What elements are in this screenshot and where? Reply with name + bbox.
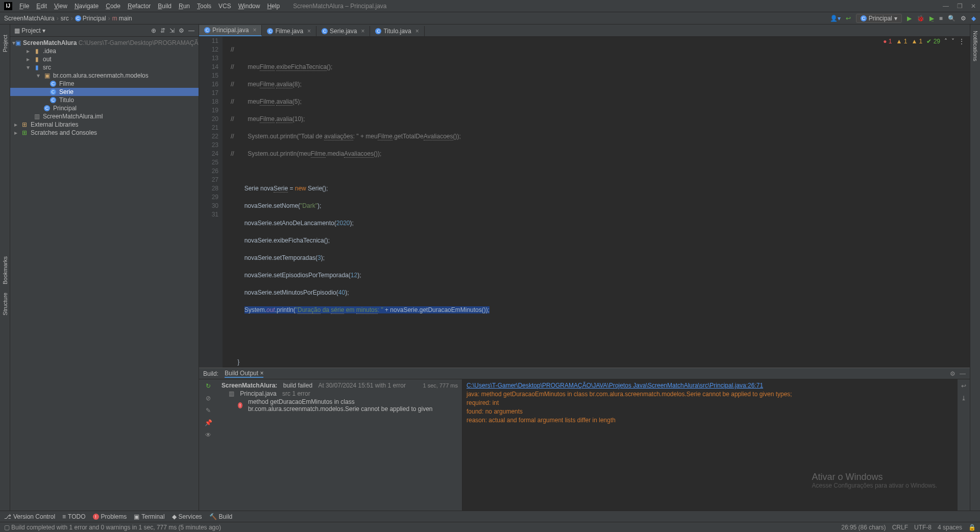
user-icon[interactable]: 👤▾ [830, 15, 841, 22]
status-message: Build completed with 1 error and 0 warni… [11, 524, 221, 531]
pin-icon[interactable]: 📌 [205, 419, 212, 426]
menu-refactor[interactable]: Refactor [125, 2, 154, 11]
rerun-icon[interactable]: ↻ [206, 382, 211, 390]
run-coverage-button[interactable]: ▶̤ [929, 15, 934, 22]
breadcrumb-src[interactable]: src [61, 15, 69, 22]
stop-icon[interactable]: ⊘ [206, 395, 211, 402]
menu-tools[interactable]: Tools [194, 2, 214, 11]
build-error-row[interactable]: ! method getDuracaoEmMinutos in class br… [219, 398, 460, 413]
indent[interactable]: 4 spaces [938, 524, 962, 531]
stop-button[interactable]: ■ [939, 15, 943, 22]
back-icon[interactable]: ↩ [846, 15, 851, 22]
scroll-end-icon[interactable]: ⤓ [961, 395, 966, 402]
chevron-up-icon[interactable]: ˄ [944, 38, 947, 45]
hide-panel-icon[interactable]: — [960, 370, 966, 377]
right-tool-stripe: Notifications [970, 25, 980, 511]
ide-updates-icon[interactable]: ◆ [971, 15, 976, 22]
close-icon[interactable]: × [307, 28, 311, 35]
lock-icon[interactable]: 🔒 [968, 524, 976, 531]
tree-root[interactable]: ▾▣ScreenMatchAlura C:\Users\T-Gamer\Desk… [10, 39, 199, 47]
gear-icon[interactable]: ⚙ [179, 27, 184, 34]
build-project-row[interactable]: ScreenMatchAlura: build failed At 30/07/… [219, 381, 460, 390]
breadcrumb-method[interactable]: m main [112, 15, 132, 22]
tab-filme[interactable]: CFilme.java× [262, 26, 316, 36]
menu-help[interactable]: Help [264, 2, 283, 11]
close-icon[interactable]: ✕ [971, 3, 976, 10]
structure-tool-button[interactable]: Structure [2, 293, 8, 316]
left-tool-stripe: Project Bookmarks Structure [0, 25, 10, 511]
menu-build[interactable]: Build [155, 2, 175, 11]
build-file-row[interactable]: ▥ Principal.java src 1 error [219, 390, 460, 398]
menu-navigate[interactable]: Navigate [71, 2, 102, 11]
filter-icon[interactable]: ✎ [206, 407, 211, 414]
tab-serie[interactable]: CSerie.java× [316, 26, 370, 36]
close-icon[interactable]: × [361, 28, 364, 35]
editor-inspection-status[interactable]: ● 1 ▲ 1 ▲ 1 ✔ 29 ˄ ˅ ⋮ [883, 38, 965, 45]
close-icon[interactable]: × [253, 27, 256, 34]
tree-iml[interactable]: ▥ScreenMatchAlura.iml [10, 112, 199, 120]
breadcrumb-project[interactable]: ScreenMatchAlura [4, 15, 55, 22]
soft-wrap-icon[interactable]: ↩ [961, 382, 966, 390]
window-title: ScreenMatchAlura – Principal.java [293, 3, 386, 10]
menu-file[interactable]: File [16, 2, 32, 11]
tree-principal[interactable]: CPrincipal [10, 104, 199, 112]
tree-external-libs[interactable]: ▸⊞External Libraries [10, 120, 199, 129]
tree-scratches[interactable]: ▸⊞Scratches and Consoles [10, 129, 199, 137]
breadcrumb-class[interactable]: CPrincipal [75, 15, 106, 22]
menu-window[interactable]: Window [235, 2, 263, 11]
menu-run[interactable]: Run [176, 2, 193, 11]
tab-titulo[interactable]: CTitulo.java× [370, 26, 424, 36]
gear-icon[interactable]: ⚙ [950, 370, 955, 377]
warning-badge[interactable]: ▲ 1 [896, 38, 907, 45]
todo-tab[interactable]: ≡ TODO [62, 513, 85, 520]
menu-vcs[interactable]: VCS [215, 2, 234, 11]
tree-serie[interactable]: CSerie [10, 88, 199, 96]
terminal-tab[interactable]: ▣ Terminal [134, 513, 164, 520]
tree-filme[interactable]: CFilme [10, 80, 199, 88]
search-icon[interactable]: 🔍 [948, 15, 955, 22]
code-editor[interactable]: // // meuFilme.exibeFichaTecnica(); // m… [223, 37, 970, 368]
settings-icon[interactable]: ⚙ [961, 15, 966, 22]
version-control-tab[interactable]: ⎇ Version Control [4, 513, 55, 520]
hide-panel-icon[interactable]: — [188, 27, 194, 34]
tree-idea[interactable]: ▸▮.idea [10, 47, 199, 55]
notifications-tool-button[interactable]: Notifications [972, 31, 978, 61]
run-button[interactable]: ▶ [907, 15, 912, 22]
run-config-selector[interactable]: C Principal ▾ [856, 14, 902, 23]
debug-button[interactable]: 🐞 [917, 15, 924, 22]
menu-code[interactable]: Code [103, 2, 124, 11]
status-icon[interactable]: ▢ [4, 524, 10, 531]
collapse-icon[interactable]: ⇲ [169, 27, 175, 34]
tab-principal[interactable]: CPrincipal.java× [199, 25, 262, 36]
build-output[interactable]: C:\Users\T-Gamer\Desktop\PROGRAMAÇÃO\JAV… [462, 379, 958, 511]
error-link[interactable]: C:\Users\T-Gamer\Desktop\PROGRAMAÇÃO\JAV… [467, 382, 763, 389]
services-tab[interactable]: ◆ Services [172, 513, 202, 520]
eye-icon[interactable]: 👁 [205, 431, 211, 439]
weak-warning-badge[interactable]: ▲ 1 [911, 38, 922, 45]
expand-icon[interactable]: ⇵ [160, 27, 165, 34]
caret-position[interactable]: 26:95 (86 chars) [841, 524, 886, 531]
tree-titulo[interactable]: CTitulo [10, 96, 199, 104]
line-ending[interactable]: CRLF [892, 524, 908, 531]
more-icon[interactable]: ⋮ [959, 38, 965, 45]
locate-icon[interactable]: ⊕ [151, 27, 156, 34]
maximize-icon[interactable]: ❐ [957, 3, 963, 10]
bookmarks-tool-button[interactable]: Bookmarks [2, 256, 8, 284]
minimize-icon[interactable]: — [943, 3, 949, 10]
tree-package[interactable]: ▾▣br.com.alura.screenmatch.modelos [10, 71, 199, 80]
menu-edit[interactable]: Edit [33, 2, 50, 11]
error-badge[interactable]: ● 1 [883, 38, 892, 45]
tree-src[interactable]: ▾▮src [10, 63, 199, 71]
editor-content[interactable]: ● 1 ▲ 1 ▲ 1 ✔ 29 ˄ ˅ ⋮ 11121314151617181… [199, 37, 970, 368]
project-tool-button[interactable]: Project [2, 35, 8, 52]
build-tab[interactable]: 🔨 Build [209, 513, 233, 520]
build-output-tab[interactable]: Build Output × [225, 370, 263, 378]
menu-view[interactable]: View [51, 2, 70, 11]
close-icon[interactable]: × [260, 370, 263, 377]
encoding[interactable]: UTF-8 [914, 524, 932, 531]
problems-tab[interactable]: ! Problems [93, 513, 127, 520]
close-icon[interactable]: × [415, 28, 419, 35]
ok-badge[interactable]: ✔ 29 [926, 38, 940, 45]
tree-out[interactable]: ▸▮out [10, 55, 199, 63]
chevron-down-icon[interactable]: ˅ [951, 38, 954, 45]
